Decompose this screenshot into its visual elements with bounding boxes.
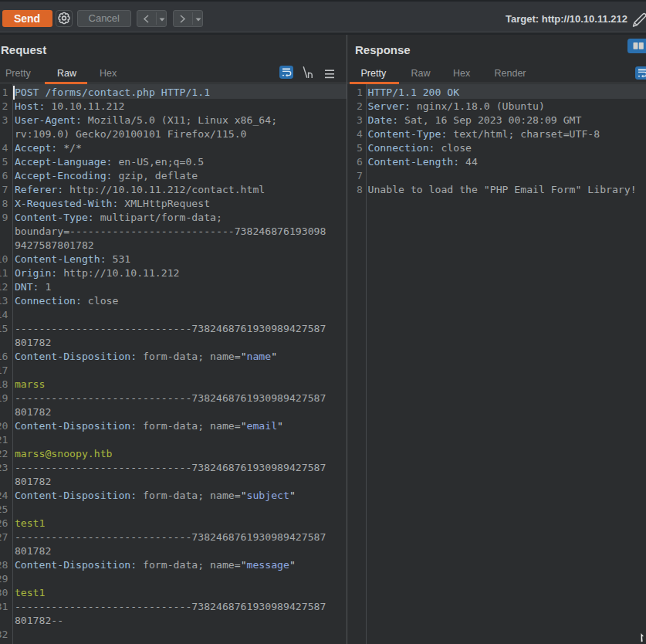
response-tab-render[interactable]: Render [495, 67, 526, 80]
code-row[interactable]: 20Content-Disposition: form-data; name="… [0, 418, 347, 432]
code-row[interactable]: 1POST /forms/contact.php HTTP/1.1 [0, 84, 347, 98]
line-number: 20 [0, 418, 13, 432]
show-newlines-toggle[interactable] [303, 66, 313, 82]
code-row[interactable]: 12DNT: 1 [0, 279, 347, 293]
code-row[interactable]: 9Content-Type: multipart/form-data; [0, 209, 347, 223]
code-row[interactable]: 28Content-Disposition: form-data; name="… [0, 557, 347, 571]
code-text: Connection: close [13, 293, 347, 307]
code-row[interactable]: 3User-Agent: Mozilla/5.0 (X11; Linux x86… [0, 112, 347, 126]
code-row[interactable]: 4Content-Type: text/html; charset=UTF-8 [347, 126, 646, 140]
code-row[interactable]: 1HTTP/1.1 200 OK [347, 84, 646, 98]
response-panel: Response Pretty Raw Hex Render 1HTTP/1.1… [347, 35, 646, 644]
line-number [0, 473, 13, 487]
code-text: Server: nginx/1.18.0 (Ubuntu) [367, 98, 646, 112]
response-tab-raw[interactable]: Raw [411, 67, 431, 80]
code-row[interactable]: 801782 [0, 404, 347, 418]
request-tab-pretty[interactable]: Pretty [5, 67, 31, 80]
code-text: Content-Disposition: form-data; name="su… [13, 487, 347, 501]
code-row[interactable]: 10Content-Length: 531 [0, 251, 347, 265]
request-wrap-toggle[interactable] [279, 66, 293, 82]
code-row[interactable]: 23-----------------------------738246876… [0, 459, 347, 473]
code-row[interactable]: 3Date: Sat, 16 Sep 2023 00:28:09 GMT [347, 112, 646, 126]
code-row[interactable]: 15-----------------------------738246876… [0, 320, 347, 334]
line-number: 3 [347, 112, 367, 126]
code-text: Host: 10.10.11.212 [13, 98, 347, 112]
code-row[interactable]: 31-----------------------------738246876… [0, 598, 347, 612]
line-number: 22 [0, 446, 13, 459]
response-editor[interactable]: 1HTTP/1.1 200 OK2Server: nginx/1.18.0 (U… [347, 84, 646, 644]
line-number: 27 [0, 529, 13, 543]
code-row[interactable]: 9427587801782 [0, 237, 347, 251]
code-row[interactable]: 801782 [0, 473, 347, 487]
line-number: 1 [0, 84, 13, 98]
response-tab-pretty[interactable]: Pretty [361, 67, 387, 80]
response-active-tab-underline [350, 82, 399, 84]
response-wrap-toggle[interactable] [635, 66, 646, 83]
code-row[interactable]: 27-----------------------------738246876… [0, 529, 347, 543]
code-row[interactable]: 25 [0, 501, 347, 515]
code-row[interactable]: 24Content-Disposition: form-data; name="… [0, 487, 347, 501]
code-row[interactable]: 22marss@snoopy.htb [0, 446, 347, 459]
line-number: 1 [347, 84, 367, 98]
line-number [0, 612, 13, 626]
forward-button[interactable] [173, 10, 203, 27]
line-number: 6 [347, 154, 367, 168]
request-tab-hex[interactable]: Hex [100, 67, 117, 80]
code-row[interactable]: 29 [0, 571, 347, 585]
settings-button[interactable] [56, 10, 73, 28]
code-row[interactable]: 7 [347, 168, 646, 181]
code-text: -----------------------------73824687619… [13, 459, 347, 473]
line-number [0, 404, 13, 418]
code-row[interactable]: 26test1 [0, 515, 347, 529]
code-row[interactable]: 5Connection: close [347, 140, 646, 154]
back-dropdown-icon[interactable] [159, 18, 165, 22]
target-label: Target: http://10.10.11.212 [506, 11, 627, 28]
line-number: 21 [0, 432, 13, 446]
code-row[interactable]: 13Connection: close [0, 293, 347, 307]
request-menu-button[interactable] [325, 68, 334, 82]
response-tab-hex[interactable]: Hex [453, 67, 470, 80]
back-button[interactable] [137, 10, 167, 27]
line-number: 6 [0, 168, 13, 181]
request-tab-raw[interactable]: Raw [57, 67, 76, 80]
code-row[interactable]: 14 [0, 307, 347, 320]
code-row[interactable]: 18marss [0, 376, 347, 390]
code-row[interactable]: 5Accept-Language: en-US,en;q=0.5 [0, 154, 347, 168]
code-row[interactable]: rv:109.0) Gecko/20100101 Firefox/115.0 [0, 126, 347, 140]
code-row[interactable]: 8X-Requested-With: XMLHttpRequest [0, 195, 347, 209]
line-number: 12 [0, 279, 13, 293]
code-row[interactable]: 4Accept: */* [0, 140, 347, 154]
edit-target-icon[interactable] [631, 10, 646, 28]
code-row[interactable]: 2Server: nginx/1.18.0 (Ubuntu) [347, 98, 646, 112]
line-number [0, 334, 13, 348]
layout-columns-button[interactable] [627, 39, 646, 56]
code-text [367, 168, 646, 181]
line-number: 8 [347, 181, 367, 195]
code-row[interactable]: 16Content-Disposition: form-data; name="… [0, 348, 347, 362]
request-editor[interactable]: 1POST /forms/contact.php HTTP/1.12Host: … [0, 84, 347, 644]
code-text: test1 [13, 585, 347, 598]
cancel-button[interactable]: Cancel [77, 10, 132, 27]
code-text [13, 626, 347, 640]
code-row[interactable]: 6Accept-Encoding: gzip, deflate [0, 168, 347, 181]
code-row[interactable]: 8Unable to load the "PHP Email Form" Lib… [347, 181, 646, 195]
code-row[interactable]: 19-----------------------------738246876… [0, 390, 347, 404]
code-row[interactable]: 32 [0, 626, 347, 640]
forward-dropdown-icon[interactable] [195, 18, 201, 22]
code-row[interactable]: 17 [0, 362, 347, 376]
code-row[interactable]: 801782 [0, 543, 347, 557]
send-button[interactable]: Send [2, 10, 52, 27]
code-row[interactable]: 801782-- [0, 612, 347, 626]
code-row[interactable]: 7Referer: http://10.10.11.212/contact.ht… [0, 181, 347, 195]
code-row[interactable]: 6Content-Length: 44 [347, 154, 646, 168]
code-text: Connection: close [367, 140, 646, 154]
code-row[interactable]: 801782 [0, 334, 347, 348]
code-row[interactable]: 21 [0, 432, 347, 446]
code-row[interactable]: 2Host: 10.10.11.212 [0, 98, 347, 112]
code-text: 9427587801782 [13, 237, 347, 251]
code-text: Date: Sat, 16 Sep 2023 00:28:09 GMT [367, 112, 646, 126]
code-row[interactable]: 11Origin: http://10.10.11.212 [0, 265, 347, 279]
code-row[interactable]: 30test1 [0, 585, 347, 598]
code-row[interactable]: boundary=---------------------------7382… [0, 223, 347, 237]
code-text: marss@snoopy.htb [13, 446, 347, 459]
